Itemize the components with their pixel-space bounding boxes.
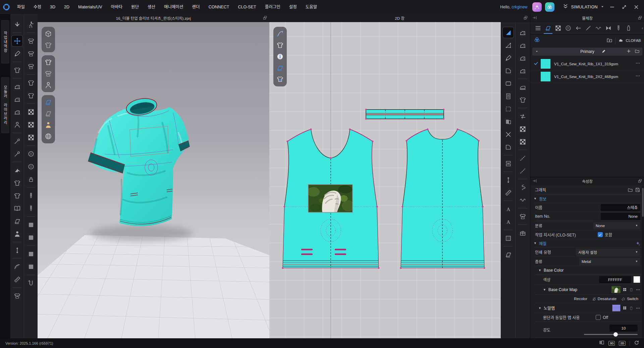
tab-button[interactable] [563, 23, 573, 33]
tool-edit-pattern[interactable] [503, 40, 514, 51]
tool-texture-garment[interactable] [517, 124, 528, 134]
tool-zipper-2[interactable] [25, 203, 36, 214]
map-delete-icon[interactable] [629, 306, 634, 310]
collapse-caret-icon[interactable] [535, 49, 539, 55]
tool-fold-arrangement[interactable] [12, 165, 22, 176]
prop-강도[interactable]: 강도10 [535, 322, 642, 338]
tool-shirring[interactable] [517, 195, 528, 205]
tool-garment-sim-1[interactable] [25, 36, 36, 46]
view-lock-pattern[interactable] [274, 74, 286, 85]
section-재질[interactable]: ▼재질 [533, 239, 642, 248]
map-thumbnail[interactable] [612, 304, 621, 311]
prop-작업 지시서 (CLO-SET)[interactable]: 작업 지시서 (CLO-SET)포함 [535, 230, 642, 239]
menu-item-14[interactable]: 도움말 [301, 0, 322, 14]
prop-분류[interactable]: 분류None▼ [535, 221, 642, 230]
map-menu-icon[interactable] [636, 287, 640, 292]
tool-texture-full[interactable] [517, 136, 528, 147]
tool-fabric-book[interactable] [12, 203, 22, 214]
tool-texture-check-1[interactable] [25, 107, 36, 117]
tool-sewing-detect[interactable] [517, 65, 528, 76]
menu-item-6[interactable]: 원단 [127, 0, 143, 14]
tool-measure-vertical[interactable] [503, 175, 514, 185]
tab-bow[interactable] [603, 23, 613, 33]
tool-plate-2[interactable] [25, 232, 36, 243]
menu-item-1[interactable]: 수정 [29, 0, 46, 14]
tab-fabric[interactable] [543, 23, 553, 33]
color-swatch[interactable] [633, 276, 640, 283]
clo-knot-button[interactable] [545, 2, 554, 12]
slider-value-강도[interactable]: 10 [609, 325, 638, 332]
tool-edit-curvature[interactable] [503, 53, 514, 63]
pattern-neckband[interactable] [365, 109, 445, 120]
tool-select-garment-2d[interactable] [517, 94, 528, 105]
tool-select-move[interactable] [12, 36, 22, 46]
prop-원단과 동일한 맵 사용[interactable]: 원단과 동일한 맵 사용Off [535, 313, 642, 322]
prop-색상[interactable]: 색상FFFFFF [535, 275, 642, 285]
view-show-globe[interactable] [43, 131, 54, 142]
tool-measure-garment[interactable] [12, 245, 22, 256]
tool-pin-curve[interactable] [12, 148, 22, 159]
tool-open-garment[interactable] [12, 178, 22, 188]
view-show-garment[interactable] [43, 57, 54, 68]
map-tile-icon[interactable] [623, 306, 627, 310]
tool-text-curve[interactable] [503, 216, 514, 227]
tool-dart[interactable] [503, 116, 514, 127]
tab-arrow[interactable] [573, 23, 583, 33]
fabric-swatch[interactable] [540, 71, 551, 82]
ai-wand-button[interactable] [532, 2, 542, 12]
tool-elastic-curve[interactable] [517, 182, 528, 193]
tool-segment-sewing[interactable] [12, 81, 22, 92]
prop-그래픽[interactable]: 그래픽 [535, 185, 642, 195]
tool-baste-segment[interactable] [517, 165, 528, 176]
prop-종류[interactable]: 종류Metal▼ [535, 257, 642, 266]
map-tile-icon[interactable] [623, 287, 627, 292]
tool-plate-3[interactable] [25, 249, 36, 259]
tool-segment-sewing-2d[interactable] [517, 27, 528, 38]
tool-button-tool[interactable] [25, 148, 36, 159]
view-fabric-view[interactable] [274, 62, 286, 74]
prop-Base Color Map[interactable]: ▼Base Color Map [535, 285, 642, 295]
tool-zipper-1[interactable] [25, 190, 36, 201]
menu-item-7[interactable]: 생산 [143, 0, 160, 14]
ai-sparkle-icon[interactable] [635, 241, 640, 246]
garment-3d[interactable] [88, 96, 190, 226]
view-show-avatar-skin[interactable] [43, 119, 54, 131]
view-info-view[interactable] [274, 51, 286, 62]
input-Item No.[interactable]: None [601, 213, 640, 220]
float-window-icon[interactable] [638, 15, 642, 21]
tool-garment-curve-1[interactable] [25, 77, 36, 88]
fabric-swatch[interactable] [540, 59, 551, 69]
menu-item-13[interactable]: 설정 [285, 0, 301, 14]
tool-import[interactable] [12, 19, 22, 30]
prop-Item No.[interactable]: Item No.None [535, 212, 642, 221]
tool-graphic-2d[interactable] [517, 211, 528, 222]
folder-icon[interactable] [628, 187, 633, 193]
prop-인쇄 유형[interactable]: 인쇄 유형사용자 설정▼ [535, 248, 642, 257]
tool-grading[interactable] [503, 249, 514, 260]
tool-pleats[interactable] [503, 233, 514, 243]
input-이름[interactable]: 스테츄 [601, 204, 640, 211]
tool-stitch-garment[interactable] [12, 290, 22, 301]
prop-노말맵[interactable]: ▼노말맵 [535, 303, 642, 313]
desaturate-button[interactable]: Desaturate [592, 297, 616, 301]
view-show-fabric-off[interactable] [43, 108, 54, 119]
clo-logo-icon[interactable] [0, 3, 13, 11]
save-icon[interactable] [635, 187, 640, 193]
view-show-pattern-mesh[interactable] [43, 68, 54, 79]
tool-free-sewing-2d[interactable] [517, 40, 528, 51]
tool-avatar-fit[interactable] [12, 228, 22, 239]
viewport-3d[interactable] [38, 22, 269, 338]
tool-fabric-rotate[interactable] [12, 216, 22, 226]
menu-item-10[interactable]: CONNECT [204, 0, 234, 14]
add-fabric-icon[interactable] [626, 49, 631, 55]
tool-buttonhole-tool[interactable] [25, 161, 36, 172]
group-folder-icon[interactable] [635, 49, 640, 55]
fabric-item[interactable]: V1_Cut_Sew_Knit_Rib_2X2_468gsm [530, 70, 644, 83]
minimize-button[interactable] [608, 3, 616, 11]
map-menu-icon[interactable] [636, 306, 640, 310]
tab-list[interactable] [533, 23, 543, 33]
view-3d-toggle[interactable]: 3D [608, 341, 615, 346]
checkbox-원단과 동일한 맵 사용[interactable] [596, 315, 601, 320]
tool-texture-check-3[interactable] [25, 132, 36, 143]
split-view-icon[interactable] [599, 340, 604, 347]
